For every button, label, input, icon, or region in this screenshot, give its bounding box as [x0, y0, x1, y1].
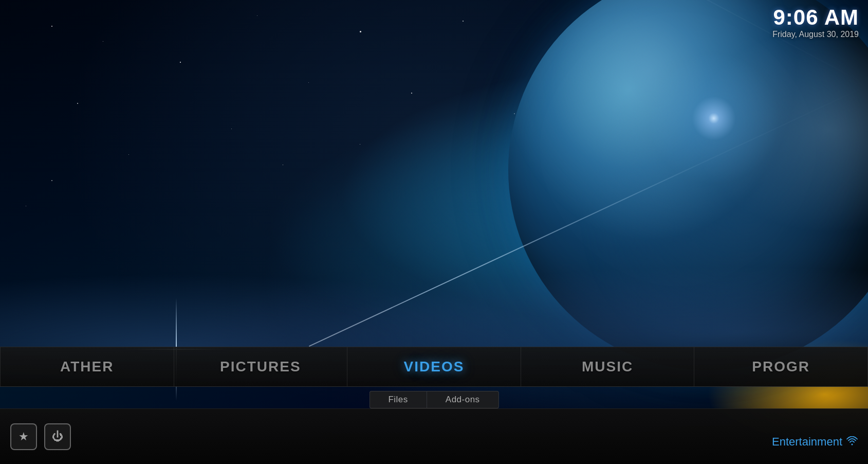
power-button[interactable]: ⏻ — [44, 423, 71, 450]
sub-nav-addons[interactable]: Add-ons — [427, 391, 499, 408]
time-display: 9:06 AM Friday, August 30, 2019 — [772, 5, 859, 39]
nav-item-pictures[interactable]: PICTURES — [174, 347, 348, 386]
clock-date: Friday, August 30, 2019 — [772, 30, 859, 39]
entertainment-text: Entertainment — [772, 435, 842, 449]
clock-time: 9:06 AM — [772, 5, 859, 30]
nav-item-music[interactable]: MUSIC — [521, 347, 695, 386]
wifi-icon — [846, 436, 858, 448]
star-icon: ★ — [19, 430, 29, 443]
bottom-bar: ★ ⏻ Entertainment — [0, 408, 868, 464]
sub-nav-files[interactable]: Files — [369, 391, 426, 408]
nav-item-videos[interactable]: VIDEOS — [347, 347, 521, 386]
nav-item-weather[interactable]: ATHER — [0, 347, 174, 386]
power-icon: ⏻ — [52, 430, 63, 443]
entertainment-section: Entertainment — [772, 435, 858, 449]
nav-item-programs[interactable]: PROGR — [694, 347, 868, 386]
sub-nav: Files Add-ons — [369, 391, 498, 408]
favorites-button[interactable]: ★ — [10, 423, 37, 450]
bottom-icons: ★ ⏻ — [10, 423, 71, 450]
main-nav: ATHER PICTURES VIDEOS MUSIC PROGR — [0, 347, 868, 387]
